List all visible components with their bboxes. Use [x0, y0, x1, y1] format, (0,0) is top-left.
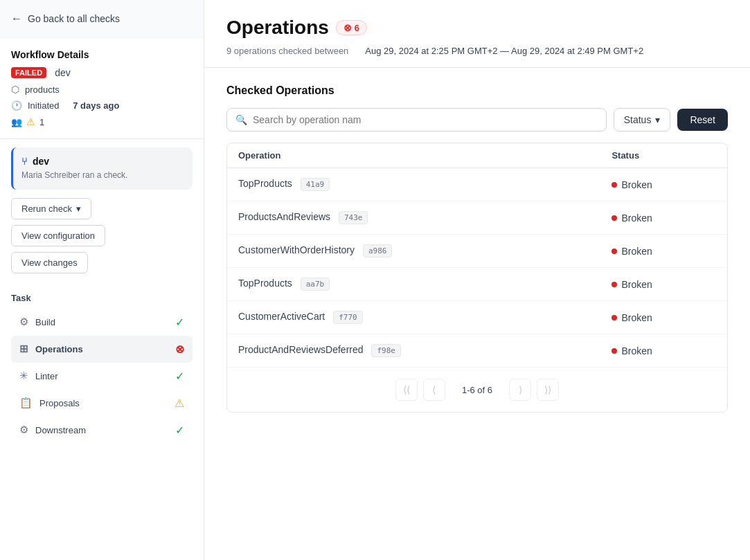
products-label: products	[25, 84, 60, 95]
col-operation: Operation	[227, 143, 600, 168]
operations-status-icon: ⊗	[175, 343, 184, 356]
op-name-cell: TopProducts 41a9	[227, 168, 600, 201]
op-hash: f98e	[371, 344, 401, 357]
task-section-title: Task	[11, 293, 193, 303]
next-page-button[interactable]: ⟩	[509, 379, 531, 401]
op-hash: 743e	[339, 211, 368, 224]
view-changes-label: View changes	[21, 258, 78, 268]
clock-icon: 🕐	[11, 100, 22, 111]
view-config-label: View configuration	[21, 231, 95, 241]
status-label: Broken	[621, 279, 652, 290]
sidebar-item-operations[interactable]: ⊞ Operations ⊗	[11, 336, 193, 363]
dev-card-name: dev	[33, 156, 49, 167]
sidebar-item-label-build: Build	[35, 317, 168, 327]
status-broken: Broken	[611, 179, 716, 190]
op-hash: f770	[333, 311, 363, 324]
status-label: Broken	[621, 179, 652, 190]
alert-count: 1	[39, 117, 44, 127]
op-hash: aa7b	[301, 278, 330, 291]
status-broken: Broken	[611, 279, 716, 290]
op-name-cell: CustomerActiveCart f770	[227, 301, 600, 334]
status-broken: Broken	[611, 246, 716, 257]
search-box: 🔍	[226, 108, 607, 132]
downstream-icon: ⚙	[19, 424, 28, 436]
build-status-icon: ✓	[175, 316, 184, 329]
build-icon: ⚙	[19, 316, 28, 328]
table-row[interactable]: ProductAndReviewsDeferred f98e Broken	[227, 334, 727, 368]
op-hash: a986	[363, 244, 393, 258]
env-name: dev	[55, 67, 71, 78]
table-body: TopProducts 41a9 Broken ProductsAndRevie…	[227, 168, 727, 368]
linter-status-icon: ✓	[175, 370, 184, 383]
error-badge-icon: ⊗	[343, 22, 352, 33]
op-name: TopProducts	[238, 278, 292, 289]
rerun-check-button[interactable]: Rerun check ▾	[11, 198, 91, 219]
op-status-cell: Broken	[600, 301, 727, 334]
op-status-cell: Broken	[600, 334, 727, 368]
view-configuration-button[interactable]: View configuration	[11, 225, 105, 246]
failed-badge: FAILED	[11, 67, 46, 78]
op-name-cell: ProductAndReviewsDeferred f98e	[227, 334, 600, 368]
op-name-cell: TopProducts aa7b	[227, 268, 600, 301]
operations-table-container: Operation Status TopProducts 41a9 Broken…	[226, 143, 728, 413]
status-chevron-icon: ▾	[655, 114, 660, 125]
sidebar-item-proposals[interactable]: 📋 Proposals ⚠	[11, 390, 193, 417]
dev-card-sub: Maria Schreiber ran a check.	[21, 170, 184, 181]
people-icon: 👥	[11, 117, 22, 127]
first-page-button[interactable]: ⟨⟨	[395, 379, 418, 401]
table-row[interactable]: TopProducts 41a9 Broken	[227, 168, 727, 201]
page-title: Operations	[226, 17, 329, 39]
status-label: Broken	[621, 345, 652, 356]
operations-icon: ⊞	[19, 343, 28, 355]
status-label: Broken	[621, 312, 652, 323]
alert-icon: ⚠	[26, 116, 35, 127]
initiated-label: Initiated	[28, 100, 60, 111]
table-row[interactable]: CustomerActiveCart f770 Broken	[227, 301, 727, 334]
status-dropdown-label: Status	[624, 114, 652, 125]
op-name: TopProducts	[238, 178, 292, 189]
sidebar-item-downstream[interactable]: ⚙ Downstream ✓	[11, 417, 193, 444]
back-arrow-icon: ←	[11, 12, 22, 25]
status-dot-icon	[611, 182, 617, 188]
col-status: Status	[600, 143, 727, 168]
error-badge-count: 6	[355, 23, 359, 33]
status-broken: Broken	[611, 312, 716, 323]
table-row[interactable]: TopProducts aa7b Broken	[227, 268, 727, 301]
main-meta: 9 operations checked between Aug 29, 202…	[226, 46, 728, 56]
sidebar-item-linter[interactable]: ✳ Linter ✓	[11, 363, 193, 390]
reset-button[interactable]: Reset	[677, 109, 728, 131]
status-dot-icon	[611, 282, 617, 287]
sidebar-item-label-linter: Linter	[35, 371, 168, 381]
status-dropdown[interactable]: Status ▾	[614, 108, 671, 132]
sidebar-item-build[interactable]: ⚙ Build ✓	[11, 309, 193, 336]
downstream-status-icon: ✓	[175, 424, 184, 437]
op-name: CustomerWithOrderHistory	[238, 244, 355, 255]
sidebar-item-label-downstream: Downstream	[35, 425, 168, 435]
linter-icon: ✳	[19, 370, 28, 382]
op-status-cell: Broken	[600, 201, 727, 235]
status-label: Broken	[621, 246, 652, 257]
products-icon: ⬡	[11, 84, 19, 95]
table-row[interactable]: ProductsAndReviews 743e Broken	[227, 201, 727, 235]
search-input[interactable]	[253, 114, 598, 125]
op-name: ProductsAndReviews	[238, 211, 330, 222]
table-header: Operation Status	[227, 143, 727, 168]
back-link[interactable]: ← Go back to all checks	[0, 0, 204, 38]
status-dot-icon	[611, 315, 617, 320]
dev-card: ⑂ dev Maria Schreiber ran a check.	[11, 147, 193, 190]
table-row[interactable]: CustomerWithOrderHistory a986 Broken	[227, 235, 727, 268]
sidebar: ← Go back to all checks Workflow Details…	[0, 0, 204, 560]
status-broken: Broken	[611, 213, 716, 224]
view-changes-button[interactable]: View changes	[11, 252, 88, 273]
op-name-cell: CustomerWithOrderHistory a986	[227, 235, 600, 268]
main-content: Operations ⊗ 6 9 operations checked betw…	[204, 0, 750, 560]
page-info: 1-6 of 6	[451, 385, 503, 395]
meta-ops-text: 9 operations checked between	[226, 46, 348, 56]
prev-page-button[interactable]: ⟨	[423, 379, 445, 401]
sidebar-item-label-proposals: Proposals	[39, 398, 168, 408]
dev-card-header: ⑂ dev	[21, 156, 184, 167]
sidebar-item-label-operations: Operations	[35, 344, 168, 354]
workflow-details: Workflow Details FAILED dev ⬡ products 🕐…	[0, 38, 204, 139]
last-page-button[interactable]: ⟩⟩	[537, 379, 559, 401]
operations-table: Operation Status TopProducts 41a9 Broken…	[227, 143, 727, 368]
